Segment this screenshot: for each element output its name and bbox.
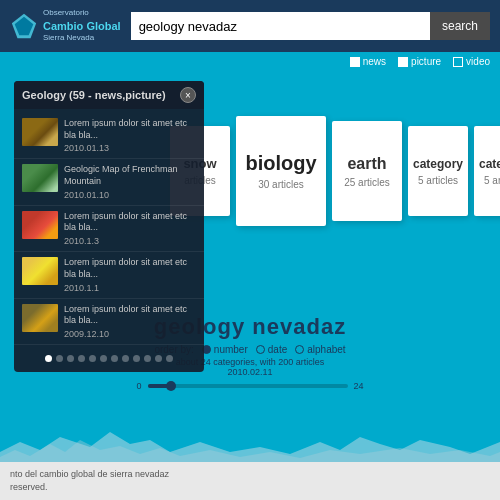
main-content: snow articles biology 30 articles earth … — [0, 71, 500, 451]
radio-date[interactable] — [256, 345, 265, 354]
page-dot[interactable] — [45, 355, 52, 362]
mountain-decoration — [0, 422, 500, 462]
logo-text: Observatorio Cambio Global Sierra Nevada — [43, 8, 121, 43]
page-dot[interactable] — [133, 355, 140, 362]
page-dot[interactable] — [111, 355, 118, 362]
page-dot[interactable] — [100, 355, 107, 362]
order-date-label: date — [268, 344, 287, 355]
panel-item[interactable]: Lorem ipsum dolor sit amet etc bla bla..… — [14, 299, 204, 345]
thumb-2 — [22, 164, 58, 192]
news-checkbox[interactable] — [350, 57, 360, 67]
page-dot[interactable] — [166, 355, 173, 362]
panel-item-content: Lorem ipsum dolor sit amet etc bla bla..… — [64, 304, 196, 339]
thumb-4 — [22, 257, 58, 285]
thumb-3 — [22, 211, 58, 239]
panel-item[interactable]: Lorem ipsum dolor sit amet etc bla bla..… — [14, 113, 204, 159]
page-dot[interactable] — [155, 355, 162, 362]
thumb-1 — [22, 118, 58, 146]
panel-item-date: 2010.01.10 — [64, 190, 196, 200]
page-dot[interactable] — [56, 355, 63, 362]
filter-news[interactable]: news — [350, 56, 386, 67]
video-checkbox[interactable] — [453, 57, 463, 67]
search-input[interactable] — [131, 12, 430, 40]
panel-item[interactable]: Lorem ipsum dolor sit amet etc bla bla..… — [14, 252, 204, 298]
panel-item-text: Lorem ipsum dolor sit amet etc bla bla..… — [64, 257, 196, 280]
filter-video[interactable]: video — [453, 56, 490, 67]
card-category2[interactable]: category 5 articles — [474, 126, 500, 216]
news-label: news — [363, 56, 386, 67]
card-biology-title: biology — [245, 152, 316, 175]
panel-item[interactable]: Geologic Map of Frenchman Mountain 2010.… — [14, 159, 204, 205]
panel-close-button[interactable]: × — [180, 87, 196, 103]
footer-text: nto del cambio global de sierra nevadaz … — [10, 468, 169, 493]
panel-item-date: 2010.01.13 — [64, 143, 196, 153]
panel-item-text: Lorem ipsum dolor sit amet etc bla bla..… — [64, 304, 196, 327]
card-biology-subtitle: 30 articles — [258, 179, 304, 190]
logo-area: Observatorio Cambio Global Sierra Nevada — [10, 8, 121, 43]
panel-item[interactable]: Lorem ipsum dolor sit amet etc bla bla..… — [14, 206, 204, 252]
slider-max: 24 — [354, 381, 364, 391]
card-category2-subtitle: 5 articles — [484, 175, 500, 186]
panel-item-date: 2009.12.10 — [64, 329, 196, 339]
panel-item-text: Geologic Map of Frenchman Mountain — [64, 164, 196, 187]
header: Observatorio Cambio Global Sierra Nevada… — [0, 0, 500, 52]
page-dot[interactable] — [67, 355, 74, 362]
video-label: video — [466, 56, 490, 67]
radio-alphabet[interactable] — [295, 345, 304, 354]
panel-item-content: Lorem ipsum dolor sit amet etc bla bla..… — [64, 211, 196, 246]
order-number-label: number — [214, 344, 248, 355]
card-category1-title: category — [413, 157, 463, 171]
slider-row: 0 24 — [0, 381, 500, 391]
page-dot[interactable] — [78, 355, 85, 362]
panel-item-date: 2010.1.1 — [64, 283, 196, 293]
panel-title: Geology (59 - news,picture) — [22, 89, 166, 101]
search-button[interactable]: search — [430, 12, 490, 40]
filter-picture[interactable]: picture — [398, 56, 441, 67]
panel-item-date: 2010.1.3 — [64, 236, 196, 246]
thumb-5 — [22, 304, 58, 332]
footer: nto del cambio global de sierra nevadaz … — [0, 462, 500, 500]
panel-item-text: Lorem ipsum dolor sit amet etc bla bla..… — [64, 211, 196, 234]
slider-fill — [148, 384, 168, 388]
panel-item-content: Geologic Map of Frenchman Mountain 2010.… — [64, 164, 196, 199]
slider-thumb[interactable] — [166, 381, 176, 391]
slider-min: 0 — [136, 381, 141, 391]
slider-track[interactable] — [148, 384, 348, 388]
panel-item-content: Lorem ipsum dolor sit amet etc bla bla..… — [64, 257, 196, 292]
picture-label: picture — [411, 56, 441, 67]
page-dot[interactable] — [89, 355, 96, 362]
card-category1-subtitle: 5 articles — [418, 175, 458, 186]
card-category2-title: category — [479, 157, 500, 171]
panel-item-text: Lorem ipsum dolor sit amet etc bla bla..… — [64, 118, 196, 141]
order-date[interactable]: date — [256, 344, 287, 355]
card-category1[interactable]: category 5 articles — [408, 126, 468, 216]
order-number[interactable]: number — [202, 344, 248, 355]
logo-icon — [10, 12, 38, 40]
card-biology[interactable]: biology 30 articles — [236, 116, 326, 226]
order-alphabet[interactable]: alphabet — [295, 344, 345, 355]
subheader: news picture video — [0, 52, 500, 71]
panel-header: Geology (59 - news,picture) × — [14, 81, 204, 109]
card-earth-subtitle: 25 articles — [344, 177, 390, 188]
picture-checkbox[interactable] — [398, 57, 408, 67]
panel-list: Lorem ipsum dolor sit amet etc bla bla..… — [14, 109, 204, 349]
panel-item-content: Lorem ipsum dolor sit amet etc bla bla..… — [64, 118, 196, 153]
pagination-dots — [14, 349, 204, 364]
card-earth[interactable]: earth 25 articles — [332, 121, 402, 221]
order-alphabet-label: alphabet — [307, 344, 345, 355]
page-dot[interactable] — [122, 355, 129, 362]
search-bar: search — [131, 12, 490, 40]
card-earth-title: earth — [347, 155, 386, 173]
results-panel: Geology (59 - news,picture) × Lorem ipsu… — [14, 81, 204, 372]
page-dot[interactable] — [144, 355, 151, 362]
